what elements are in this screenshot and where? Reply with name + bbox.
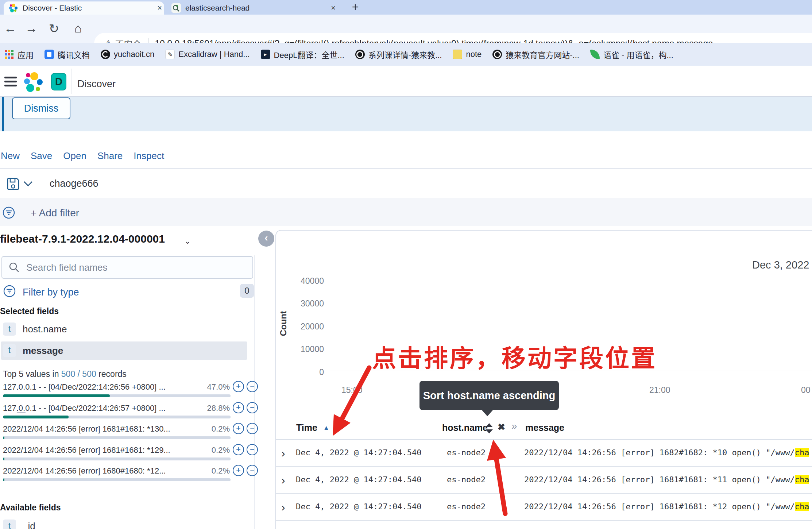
bookmark-item[interactable]: 腾讯文档 — [45, 49, 90, 60]
remove-column-icon[interactable]: ✖ — [498, 422, 505, 432]
bookmark-label: Excalidraw | Hand... — [178, 50, 250, 59]
table-row[interactable]: ›Dec 4, 2022 @ 14:27:04.540es-node22022/… — [276, 467, 812, 494]
index-pattern-chevron-icon[interactable]: ⌄ — [184, 236, 191, 246]
bookmark-item[interactable]: note — [453, 50, 482, 59]
table-row[interactable]: ›Dec 4, 2022 @ 14:27:04.540es-node22022/… — [276, 494, 812, 521]
field-name: _id — [23, 521, 35, 529]
top-value-percent: 0.2% — [204, 424, 230, 434]
bookmark-item[interactable]: ✎Excalidraw | Hand... — [165, 50, 250, 59]
yuanlai-edu-icon — [355, 50, 365, 59]
filter-out-value-icon[interactable]: − — [247, 381, 258, 392]
filter-for-value-icon[interactable]: + — [233, 381, 244, 392]
forward-icon[interactable]: → — [23, 21, 39, 35]
expand-row-icon[interactable]: › — [281, 447, 285, 460]
chevron-down-icon[interactable] — [23, 180, 34, 188]
sort-ascending-icon[interactable]: ▲ — [323, 424, 329, 432]
field-search-input[interactable]: Search field names — [1, 256, 253, 279]
bookmark-label: 语雀 - 用语雀，构... — [603, 49, 673, 60]
tab-title: Discover - Elastic — [23, 4, 155, 12]
bookmark-item[interactable]: 系列课详情-猿来教... — [355, 49, 442, 60]
string-field-type-icon: t — [3, 344, 16, 357]
elastic-logo-icon[interactable] — [23, 72, 44, 93]
x-axis-tick: 21:00 — [649, 385, 670, 395]
top-value-label: 127.0.0.1 - - [04/Dec/2022:14:26:57 +080… — [3, 403, 166, 413]
filter-by-type-button[interactable]: Filter by type — [23, 287, 79, 298]
bookmark-item[interactable]: 语雀 - 用语雀，构... — [590, 49, 673, 60]
top-value-bar — [3, 436, 231, 439]
top-value-bar — [3, 478, 231, 481]
bookmark-item[interactable]: 猿来教育官方网站-... — [492, 49, 579, 60]
top-value-row: 2022/12/04 14:26:56 [error] 1680#1680: *… — [3, 466, 262, 483]
menu-save-link[interactable]: Save — [31, 150, 52, 162]
column-header-time[interactable]: Time — [296, 422, 317, 433]
back-icon[interactable]: ← — [2, 21, 18, 35]
header-divider — [47, 69, 47, 94]
tab-elasticsearch-head[interactable]: elasticsearch-head × — [166, 1, 338, 15]
bookmark-item[interactable]: ▸DeepL翻译：全世... — [261, 49, 344, 60]
cell-message: 2022/12/04 14:26:56 [error] 1682#1682: *… — [524, 448, 809, 457]
yuque-icon — [590, 50, 600, 59]
bookmark-item[interactable]: 应用 — [4, 49, 34, 60]
dismiss-button[interactable]: Dismiss — [12, 97, 70, 119]
top-value-row: 2022/12/04 14:26:56 [error] 1681#1681: *… — [3, 445, 262, 462]
column-header-host-name[interactable]: host.name — [442, 422, 488, 433]
tab-title: elasticsearch-head — [185, 4, 329, 12]
bookmark-label: 腾讯文档 — [58, 49, 90, 60]
table-row[interactable]: ›Dec 4, 2022 @ 14:27:04.540es-node22022/… — [276, 521, 812, 529]
cell-time: Dec 4, 2022 @ 14:27:04.540 — [296, 502, 421, 511]
y-axis-tick: 10000 — [284, 344, 324, 354]
query-divider — [38, 172, 38, 195]
menu-new-link[interactable]: New — [1, 150, 20, 162]
expand-row-icon[interactable]: › — [281, 474, 285, 487]
menu-hamburger-icon[interactable] — [4, 77, 17, 89]
index-pattern-title[interactable]: filebeat-7.9.1-2022.12.04-000001 — [0, 233, 165, 245]
sort-tooltip: Sort host.name ascending — [419, 381, 559, 410]
top-value-label: 127.0.0.1 - - [04/Dec/2022:14:26:56 +080… — [3, 382, 166, 392]
home-icon[interactable]: ⌂ — [70, 21, 86, 35]
sort-host-name-icon[interactable] — [485, 423, 493, 433]
move-column-right-icon[interactable]: » — [511, 420, 517, 432]
filter-for-value-icon[interactable]: + — [233, 423, 244, 434]
expand-row-icon[interactable]: › — [281, 501, 285, 514]
filter-out-value-icon[interactable]: − — [247, 444, 258, 455]
cell-time: Dec 4, 2022 @ 14:27:04.540 — [296, 448, 421, 457]
x-axis-tick: 00 — [801, 385, 811, 395]
menu-open-link[interactable]: Open — [63, 150, 86, 162]
menu-share-link[interactable]: Share — [97, 150, 123, 162]
column-header-message[interactable]: message — [525, 422, 564, 433]
query-input[interactable]: chaoge666 — [50, 178, 98, 189]
kibana-header — [0, 66, 812, 97]
new-tab-button[interactable]: + — [347, 0, 363, 15]
filter-out-value-icon[interactable]: − — [247, 423, 258, 434]
expand-row-icon[interactable]: › — [281, 528, 285, 529]
filter-for-value-icon[interactable]: + — [233, 465, 244, 476]
reload-icon[interactable]: ↻ — [46, 21, 62, 36]
filter-for-value-icon[interactable]: + — [233, 402, 244, 413]
tab-discover-elastic[interactable]: Discover - Elastic × — [4, 1, 164, 15]
space-badge[interactable]: D — [51, 73, 66, 90]
y-axis-tick: 30000 — [284, 299, 324, 309]
add-filter-button[interactable]: + Add filter — [31, 207, 79, 219]
menu-inspect-link[interactable]: Inspect — [134, 150, 164, 162]
tab-close-icon[interactable]: × — [155, 3, 164, 13]
bookmark-label: note — [466, 50, 482, 59]
field-item-host-name[interactable]: t host.name — [3, 323, 67, 336]
filter-out-value-icon[interactable]: − — [247, 465, 258, 476]
cell-time: Dec 4, 2022 @ 14:27:04.540 — [296, 475, 421, 484]
field-item-id[interactable]: t _id — [3, 520, 35, 529]
filter-for-value-icon[interactable]: + — [233, 444, 244, 455]
save-query-icon[interactable] — [6, 177, 20, 191]
y-axis-tick: 0 — [284, 367, 324, 377]
tab-close-icon[interactable]: × — [329, 3, 338, 13]
bookmarks-bar: 应用腾讯文档yuchaoit.cn✎Excalidraw | Hand...▸D… — [0, 43, 812, 66]
browser-tab-strip: Discover - Elastic × elasticsearch-head … — [0, 0, 812, 15]
bookmark-item[interactable]: yuchaoit.cn — [101, 50, 154, 59]
table-header-underline — [276, 439, 812, 440]
top-value-percent: 28.8% — [204, 403, 230, 413]
field-item-message[interactable]: t message — [1, 341, 247, 360]
collapse-sidebar-icon[interactable]: ‹ — [258, 231, 274, 247]
annotation-text: 点击排序，移动字段位置 — [372, 339, 657, 374]
query-bar — [0, 169, 812, 198]
filter-out-value-icon[interactable]: − — [247, 402, 258, 413]
table-row[interactable]: ›Dec 4, 2022 @ 14:27:04.540es-node22022/… — [276, 440, 812, 467]
